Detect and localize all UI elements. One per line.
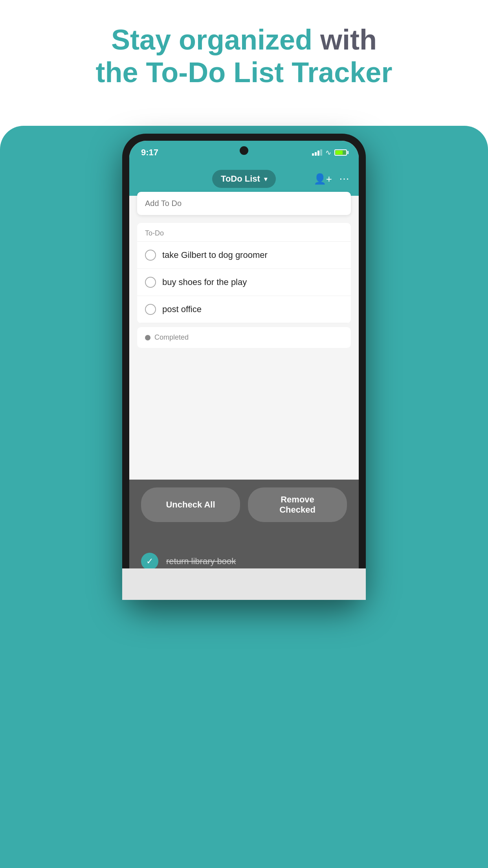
bottom-action-bar: Uncheck All Remove Checked — [129, 480, 359, 530]
todo-text-2: buy shoes for the play — [162, 277, 247, 287]
completed-label: Completed — [154, 333, 189, 342]
bottom-peek — [122, 568, 366, 600]
app-header-actions: 👤+ ⋯ — [314, 173, 349, 185]
status-icons: ∿ — [312, 148, 347, 157]
phone-camera — [240, 146, 248, 155]
completed-section: Completed — [137, 327, 351, 348]
todo-checkbox-2[interactable] — [145, 277, 156, 288]
add-todo-input[interactable] — [145, 199, 343, 208]
todo-text-3: post office — [162, 304, 202, 314]
todo-section-label: To-Do — [137, 223, 351, 242]
battery-fill — [336, 151, 343, 154]
app-header: ToDo List ▾ 👤+ ⋯ — [129, 164, 359, 196]
todo-text-1: take Gilbert to dog groomer — [162, 250, 268, 260]
signal-icon — [312, 149, 322, 156]
phone-mockup: 9:17 ∿ ToDo List — [122, 134, 366, 600]
todo-list-title: ToDo List — [221, 174, 260, 184]
completed-item-text: return library book — [166, 556, 236, 566]
add-person-icon[interactable]: 👤+ — [314, 173, 332, 185]
header-section: Stay organized with the To-Do List Track… — [0, 24, 488, 89]
checked-circle-icon[interactable]: ✓ — [141, 553, 158, 570]
todo-section: To-Do take Gilbert to dog groomer buy sh… — [137, 223, 351, 323]
dropdown-arrow-icon: ▾ — [264, 175, 267, 183]
todo-list-dropdown[interactable]: ToDo List ▾ — [212, 170, 276, 188]
wifi-icon: ∿ — [325, 148, 331, 157]
battery-icon — [334, 149, 347, 156]
todo-item[interactable]: take Gilbert to dog groomer — [137, 242, 351, 269]
todo-item[interactable]: buy shoes for the play — [137, 269, 351, 296]
add-todo-section — [137, 192, 351, 215]
phone-screen: 9:17 ∿ ToDo List — [129, 141, 359, 593]
completed-label-row: Completed — [137, 327, 351, 348]
more-options-icon[interactable]: ⋯ — [339, 173, 349, 185]
header-title: Stay organized with the To-Do List Track… — [31, 24, 457, 89]
header-line1-gray: with — [320, 24, 377, 55]
header-line1-teal: Stay organized — [111, 24, 320, 55]
remove-checked-button[interactable]: Remove Checked — [248, 487, 347, 522]
todo-checkbox-1[interactable] — [145, 250, 156, 261]
completed-dot-icon — [145, 335, 150, 340]
header-line2: the To-Do List Tracker — [96, 57, 393, 88]
phone-frame: 9:17 ∿ ToDo List — [122, 134, 366, 600]
uncheck-all-button[interactable]: Uncheck All — [141, 487, 240, 522]
todo-checkbox-3[interactable] — [145, 304, 156, 315]
todo-item[interactable]: post office — [137, 296, 351, 323]
status-time: 9:17 — [141, 147, 158, 158]
